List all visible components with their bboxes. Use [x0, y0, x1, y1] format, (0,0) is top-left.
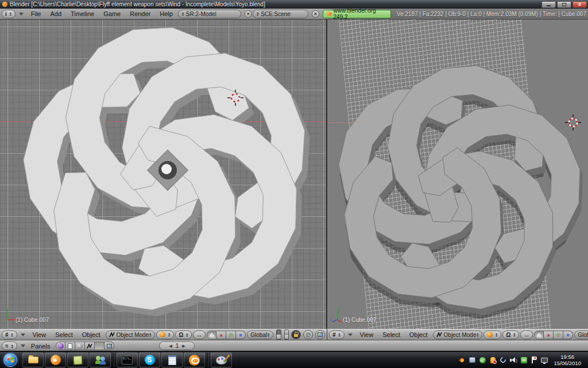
screen-selector[interactable]: ▲▼ SR:2-Model [178, 10, 241, 18]
viewport-type-button[interactable]: #▲▼ [329, 331, 345, 339]
layer-buttons[interactable] [276, 329, 281, 340]
editing-context-button[interactable] [95, 342, 105, 350]
menu-render[interactable]: Render [126, 10, 154, 17]
window-type-arrows-icon: ▲▼ [9, 12, 12, 16]
tray-utorrent-icon[interactable]: H [520, 356, 527, 363]
close-button[interactable]: x [572, 1, 587, 8]
taskbar-windows-media-player[interactable]: ▶ [45, 352, 66, 367]
menu-view[interactable]: View [29, 331, 51, 338]
collapse-menu-icon[interactable] [348, 334, 353, 336]
taskbar-sticky-notes[interactable] [67, 352, 88, 367]
menu-select[interactable]: Select [51, 331, 77, 338]
media-player-icon: ▶ [51, 355, 61, 365]
menu-timeline[interactable]: Timeline [67, 10, 98, 17]
tray-action-center-icon[interactable] [531, 356, 537, 363]
rotate-icon: ◎ [556, 332, 560, 338]
taskbar-notepad[interactable] [161, 352, 183, 367]
title-bar: Blender [C:\Users\Charlie\Desktop\Flyff … [0, 0, 588, 9]
logic-context-button[interactable] [56, 342, 65, 350]
tray-network-icon[interactable] [541, 356, 548, 363]
taskbar-command-prompt[interactable]: C:\_ [117, 352, 138, 367]
window-controls: x [540, 1, 588, 8]
blender-version-badge[interactable]: www.blender.org 249.2 [323, 10, 391, 18]
window-type-button[interactable]: i▲▼ [2, 10, 16, 18]
taskbar-blender[interactable] [184, 352, 205, 367]
scene-context-button[interactable] [105, 342, 114, 350]
blender-logo-icon [327, 12, 332, 16]
menu-object[interactable]: Object [78, 331, 105, 338]
frame-stepper[interactable]: ◀ 1 ▶ [159, 342, 195, 350]
pivot-selector[interactable]: Ω▲▼ [502, 331, 519, 339]
object-context-button[interactable] [85, 342, 95, 350]
draw-mode-selector[interactable]: ▲▼ [483, 331, 501, 339]
rotate-manipulator-button[interactable]: ◎ [554, 331, 563, 339]
menu-object[interactable]: Object [405, 331, 432, 338]
clock-time: 19:56 [554, 354, 581, 360]
translate-manipulator-button[interactable]: ▲ [216, 331, 226, 339]
scene-selector[interactable]: ▲▼ SCE:Scene [253, 10, 308, 18]
minimize-button[interactable] [541, 1, 556, 8]
taskbar-separator [113, 353, 114, 367]
tray-application-icon[interactable] [469, 356, 475, 363]
solid-shading-icon [160, 332, 165, 338]
taskbar-clock[interactable]: 19:56 15/06/2010 [554, 354, 581, 366]
taskbar-windows-live-messenger[interactable] [90, 352, 111, 367]
viewport-right-canvas[interactable] [327, 20, 587, 329]
proportional-edit-button[interactable]: ↔ [520, 331, 533, 339]
taskbar-windows-explorer[interactable] [22, 352, 44, 367]
blender-icon [189, 355, 200, 366]
tray-flame-icon[interactable] [458, 356, 465, 363]
clip-button[interactable]: ∅ [303, 330, 313, 339]
screen-delete-button[interactable]: × [245, 10, 252, 18]
menu-view[interactable]: View [356, 331, 378, 338]
lock-layers-button[interactable] [291, 330, 301, 339]
object-icon [87, 343, 92, 349]
frame-prev-icon[interactable]: ◀ [169, 344, 172, 348]
menu-file[interactable]: File [27, 10, 45, 17]
start-button[interactable] [3, 353, 17, 367]
mode-selector[interactable]: Object Mode ▲▼ [433, 331, 483, 339]
render-preview-button[interactable] [315, 330, 325, 339]
pivot-selector[interactable]: Ω▲▼ [175, 331, 192, 339]
frame-next-icon[interactable]: ▶ [182, 344, 185, 348]
collapse-menu-icon[interactable] [19, 13, 24, 16]
collapse-menu-icon[interactable] [21, 334, 25, 336]
rotate-manipulator-button[interactable]: ◎ [226, 331, 236, 339]
orientation-selector[interactable]: Global ▲▼ [574, 331, 588, 339]
menu-help[interactable]: Help [156, 10, 177, 17]
scale-manipulator-button[interactable]: ■ [236, 331, 246, 339]
layer-buttons[interactable] [284, 329, 289, 340]
window-type-button[interactable]: ≡▲▼ [2, 342, 17, 350]
collapse-menu-icon[interactable] [21, 344, 25, 347]
menu-game[interactable]: Game [99, 10, 125, 17]
draw-mode-selector[interactable]: ▲▼ [156, 331, 174, 339]
scene-icon [107, 344, 112, 348]
mode-selector[interactable]: Object Mode ▲▼ [106, 331, 156, 339]
taskbar-paint[interactable] [211, 352, 232, 367]
viewport-left-canvas[interactable] [0, 20, 327, 329]
tray-volume-icon[interactable]: ) [510, 356, 517, 363]
shading-context-button[interactable] [75, 342, 85, 350]
notepad-icon [168, 355, 176, 365]
tray-sync-icon[interactable] [500, 356, 506, 363]
viewport-left[interactable]: x y (1) Cube.007 [0, 20, 327, 329]
hand-icon [209, 332, 215, 338]
orientation-selector[interactable]: Global ▲▼ [247, 331, 273, 339]
tray-security-check-icon[interactable] [479, 356, 486, 363]
menu-select[interactable]: Select [378, 331, 404, 338]
manipulator-hand-button[interactable] [534, 331, 544, 339]
viewport-type-button[interactable]: #▲▼ [2, 331, 17, 339]
scale-manipulator-button[interactable]: ■ [563, 331, 573, 339]
mode-icon [109, 332, 115, 338]
menu-add[interactable]: Add [46, 10, 65, 17]
script-context-button[interactable] [65, 342, 75, 350]
taskbar-skype[interactable]: S [139, 352, 160, 367]
restore-button[interactable] [557, 1, 571, 8]
manipulator-hand-button[interactable] [207, 331, 216, 339]
proportional-edit-button[interactable]: ↔ [193, 331, 206, 339]
viewport-right[interactable]: x y z (1) Cube.007 [327, 20, 588, 329]
mode-value: Object Mode [444, 332, 477, 338]
scene-delete-button[interactable]: × [312, 10, 319, 18]
translate-manipulator-button[interactable]: ▲ [544, 331, 554, 339]
tray-user-alert-icon[interactable] [489, 356, 496, 363]
